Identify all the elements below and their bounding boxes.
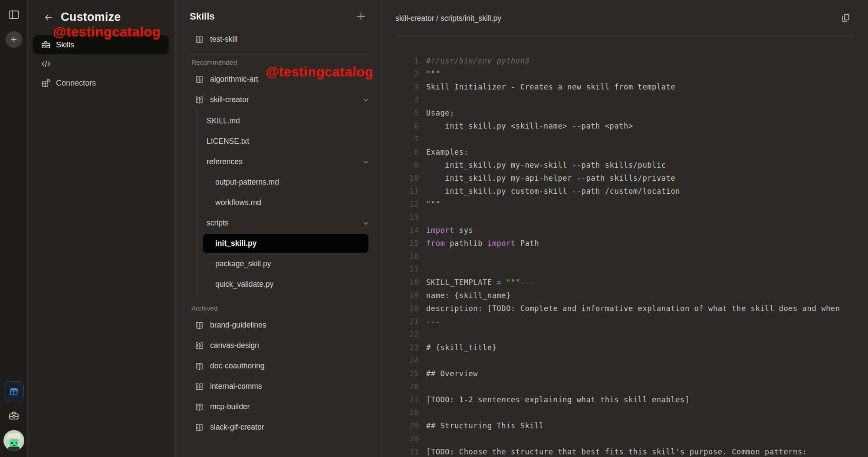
- skill-label: skill-creator: [210, 95, 249, 104]
- code-line: 2""": [382, 67, 868, 80]
- file-row[interactable]: workflows.md: [198, 192, 381, 213]
- line-number: 31: [382, 445, 419, 457]
- code-text: [419, 330, 426, 339]
- book-icon: [194, 75, 204, 84]
- file-row[interactable]: init_skill.py: [203, 234, 368, 253]
- code-text: init_skill.py custom-skill --path /custo…: [419, 187, 680, 195]
- add-skill-button[interactable]: [355, 10, 367, 22]
- code-line: 26: [382, 380, 868, 393]
- line-number: 23: [382, 341, 419, 354]
- skill-row[interactable]: test-skill: [174, 29, 381, 50]
- line-number: 15: [382, 237, 419, 250]
- back-button[interactable]: [43, 12, 54, 23]
- skill-label: algorithmic-art: [210, 75, 258, 84]
- skill-label: mcp-builder: [210, 402, 250, 411]
- line-number: 17: [382, 263, 419, 276]
- line-number: 20: [382, 302, 419, 315]
- book-icon: [194, 361, 204, 371]
- code-text: [419, 356, 426, 365]
- line-number: 13: [382, 211, 419, 224]
- folder-label: scripts: [207, 219, 229, 228]
- chevron-down-icon[interactable]: [362, 220, 369, 227]
- code-content[interactable]: 1#!/usr/bin/env python32"""3Skill Initia…: [382, 36, 868, 457]
- code-line: 6 init_skill.py <skill-name> --path <pat…: [382, 119, 868, 132]
- code-text: init_skill.py my-new-skill --path skills…: [419, 161, 666, 169]
- file-tree: SKILL.mdLICENSE.txtreferencesoutput-patt…: [197, 110, 381, 295]
- code-line: 20description: [TODO: Complete and infor…: [382, 302, 868, 315]
- skill-row[interactable]: internal-comms: [174, 376, 381, 397]
- code-line: 21---: [382, 315, 868, 328]
- file-label: package_skill.py: [215, 259, 271, 268]
- sidebar-item-code[interactable]: [33, 54, 169, 73]
- connectors-icon: [41, 78, 51, 88]
- sidebar-item-skills[interactable]: Skills: [33, 35, 169, 54]
- code-text: from pathlib import Path: [419, 239, 539, 248]
- line-number: 5: [382, 106, 419, 119]
- skill-label: brand-guidelines: [210, 321, 266, 330]
- file-row[interactable]: LICENSE.txt: [198, 131, 381, 152]
- skill-row[interactable]: slack-gif-creator: [174, 417, 381, 437]
- code-line: 10 init_skill.py my-api-helper --path sk…: [382, 172, 868, 185]
- book-icon: [194, 321, 204, 330]
- sidebar-item-connectors[interactable]: Connectors: [33, 73, 169, 93]
- code-line: 5Usage:: [382, 106, 868, 119]
- code-text: [419, 135, 426, 143]
- skills-list: test-skillRecommendedalgorithmic-artskil…: [174, 29, 381, 437]
- skill-row[interactable]: skill-creator: [174, 89, 381, 110]
- skill-label: internal-comms: [210, 382, 262, 391]
- code-text: # {skill_title}: [419, 343, 497, 352]
- skill-row[interactable]: canvas-design: [174, 335, 381, 356]
- file-row[interactable]: package_skill.py: [198, 254, 381, 274]
- line-number: 7: [382, 132, 419, 146]
- code-text: name: {skill_name}: [419, 291, 511, 300]
- code-text: SKILL_TEMPLATE = """---: [419, 278, 534, 287]
- code-line: 15from pathlib import Path: [382, 237, 868, 250]
- line-number: 25: [382, 367, 419, 380]
- copy-button[interactable]: [841, 13, 851, 23]
- file-row[interactable]: quick_validate.py: [198, 274, 381, 295]
- folder-row[interactable]: scripts: [198, 213, 381, 233]
- folder-row[interactable]: references: [198, 152, 381, 172]
- code-text: [419, 434, 426, 443]
- line-number: 28: [382, 406, 419, 419]
- file-row[interactable]: output-patterns.md: [198, 172, 381, 192]
- book-icon: [194, 95, 204, 105]
- skills-panel-title: Skills: [190, 11, 214, 22]
- code-text: """: [419, 70, 441, 78]
- code-text: [419, 252, 426, 261]
- skill-row[interactable]: mcp-builder: [174, 397, 381, 417]
- skill-row[interactable]: doc-coauthoring: [174, 356, 381, 376]
- code-line: 16: [382, 250, 868, 263]
- sidebar-toggle-icon[interactable]: [8, 9, 20, 21]
- chevron-down-icon[interactable]: [362, 96, 369, 103]
- code-text: ## Overview: [419, 369, 478, 378]
- user-avatar[interactable]: [3, 430, 24, 451]
- page-title: Customize: [61, 10, 121, 24]
- line-number: 10: [382, 172, 419, 185]
- skills-rail-icon[interactable]: [4, 407, 24, 425]
- code-text: Examples:: [419, 148, 469, 156]
- code-text: [419, 213, 426, 222]
- section-divider: [187, 299, 368, 299]
- skill-row[interactable]: brand-guidelines: [174, 315, 381, 335]
- sidebar-item-label: Skills: [56, 40, 74, 50]
- line-number: 22: [382, 328, 419, 341]
- code-text: [419, 382, 426, 391]
- line-number: 2: [382, 67, 419, 80]
- code-line: 8Examples:: [382, 146, 868, 159]
- whats-new-gift-button[interactable]: [4, 381, 24, 401]
- file-row[interactable]: SKILL.md: [198, 111, 381, 131]
- code-line: 3Skill Initializer - Creates a new skill…: [382, 80, 868, 93]
- new-chat-button[interactable]: [6, 31, 22, 48]
- chevron-down-icon[interactable]: [362, 159, 369, 166]
- skill-row[interactable]: algorithmic-art: [174, 69, 381, 89]
- line-number: 24: [382, 354, 419, 367]
- app-window: Customize @testingcatalog Skills: [0, 0, 868, 457]
- code-text: [TODO: Choose the structure that best fi…: [419, 447, 807, 456]
- code-text: Usage:: [419, 109, 454, 117]
- code-line: 24: [382, 354, 868, 367]
- line-number: 30: [382, 432, 419, 445]
- line-number: 21: [382, 315, 419, 328]
- code-line: 22: [382, 328, 868, 341]
- code-line: 31[TODO: Choose the structure that best …: [382, 445, 868, 457]
